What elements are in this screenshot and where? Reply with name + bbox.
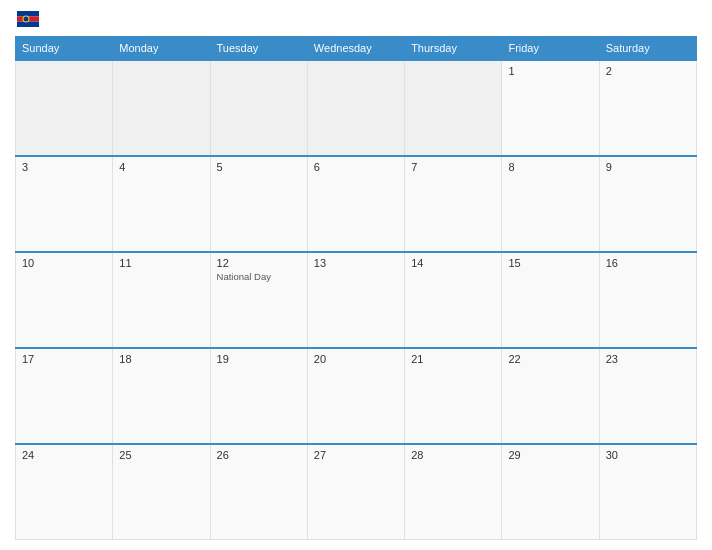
day-number: 25: [119, 449, 203, 461]
calendar-cell: [307, 60, 404, 156]
day-number: 24: [22, 449, 106, 461]
calendar-cell: 22: [502, 348, 599, 444]
day-header-friday: Friday: [502, 37, 599, 61]
day-header-wednesday: Wednesday: [307, 37, 404, 61]
calendar-cell: 14: [405, 252, 502, 348]
day-number: 12: [217, 257, 301, 269]
calendar-cell: [16, 60, 113, 156]
calendar-cell: 20: [307, 348, 404, 444]
calendar-cell: 30: [599, 444, 696, 540]
calendar-cell: 17: [16, 348, 113, 444]
day-number: 15: [508, 257, 592, 269]
calendar-cell: 16: [599, 252, 696, 348]
day-number: 20: [314, 353, 398, 365]
calendar-cell: [113, 60, 210, 156]
calendar-cell: 1: [502, 60, 599, 156]
calendar-cell: 8: [502, 156, 599, 252]
day-number: 11: [119, 257, 203, 269]
day-number: 18: [119, 353, 203, 365]
calendar-cell: [405, 60, 502, 156]
day-header-monday: Monday: [113, 37, 210, 61]
calendar-header: [15, 10, 697, 28]
calendar-cell: 12National Day: [210, 252, 307, 348]
day-number: 19: [217, 353, 301, 365]
calendar-cell: 27: [307, 444, 404, 540]
calendar-header-row: SundayMondayTuesdayWednesdayThursdayFrid…: [16, 37, 697, 61]
calendar-cell: 23: [599, 348, 696, 444]
calendar-cell: 4: [113, 156, 210, 252]
calendar-cell: [210, 60, 307, 156]
calendar-cell: 2: [599, 60, 696, 156]
day-number: 22: [508, 353, 592, 365]
calendar-cell: 5: [210, 156, 307, 252]
day-number: 23: [606, 353, 690, 365]
holiday-label: National Day: [217, 271, 301, 282]
calendar-cell: 19: [210, 348, 307, 444]
day-number: 4: [119, 161, 203, 173]
day-number: 14: [411, 257, 495, 269]
logo-flag-icon: [17, 11, 39, 27]
calendar-table: SundayMondayTuesdayWednesdayThursdayFrid…: [15, 36, 697, 540]
day-number: 26: [217, 449, 301, 461]
day-number: 16: [606, 257, 690, 269]
logo: [15, 10, 39, 28]
day-number: 2: [606, 65, 690, 77]
day-number: 3: [22, 161, 106, 173]
day-number: 5: [217, 161, 301, 173]
svg-point-4: [24, 17, 29, 22]
calendar-cell: 24: [16, 444, 113, 540]
week-row-5: 24252627282930: [16, 444, 697, 540]
day-number: 9: [606, 161, 690, 173]
calendar-cell: 26: [210, 444, 307, 540]
day-number: 7: [411, 161, 495, 173]
calendar-cell: 9: [599, 156, 696, 252]
calendar-cell: 28: [405, 444, 502, 540]
calendar-wrapper: SundayMondayTuesdayWednesdayThursdayFrid…: [0, 0, 712, 550]
calendar-cell: 7: [405, 156, 502, 252]
day-number: 1: [508, 65, 592, 77]
week-row-2: 3456789: [16, 156, 697, 252]
calendar-cell: 18: [113, 348, 210, 444]
week-row-1: 12: [16, 60, 697, 156]
day-number: 30: [606, 449, 690, 461]
day-number: 8: [508, 161, 592, 173]
calendar-cell: 6: [307, 156, 404, 252]
svg-rect-2: [17, 22, 39, 27]
day-number: 6: [314, 161, 398, 173]
day-number: 28: [411, 449, 495, 461]
calendar-cell: 25: [113, 444, 210, 540]
calendar-cell: 29: [502, 444, 599, 540]
day-number: 21: [411, 353, 495, 365]
calendar-cell: 11: [113, 252, 210, 348]
day-header-thursday: Thursday: [405, 37, 502, 61]
calendar-cell: 13: [307, 252, 404, 348]
day-number: 13: [314, 257, 398, 269]
calendar-cell: 10: [16, 252, 113, 348]
week-row-4: 17181920212223: [16, 348, 697, 444]
svg-rect-0: [17, 11, 39, 16]
calendar-cell: 3: [16, 156, 113, 252]
day-header-sunday: Sunday: [16, 37, 113, 61]
day-number: 27: [314, 449, 398, 461]
day-header-saturday: Saturday: [599, 37, 696, 61]
day-number: 10: [22, 257, 106, 269]
day-number: 29: [508, 449, 592, 461]
calendar-cell: 21: [405, 348, 502, 444]
week-row-3: 101112National Day13141516: [16, 252, 697, 348]
calendar-cell: 15: [502, 252, 599, 348]
day-header-tuesday: Tuesday: [210, 37, 307, 61]
day-number: 17: [22, 353, 106, 365]
